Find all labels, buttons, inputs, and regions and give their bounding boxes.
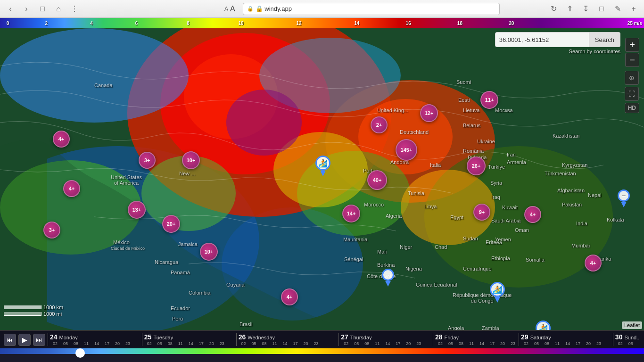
pip-button[interactable]: □ xyxy=(595,2,608,16)
cluster-c19[interactable]: 4+ xyxy=(585,255,602,272)
pin-icon-5: − xyxy=(618,189,630,202)
timeline: ⏮ ▶ ⏭ 24 Monday 0205081114172023 25 Tues… xyxy=(0,330,644,362)
play-button[interactable]: ▶ xyxy=(18,334,31,346)
fast-forward-button[interactable]: ⏭ xyxy=(33,334,45,346)
scale-bar-km xyxy=(4,305,41,309)
browser-chrome: ‹ › □ ⌂ ⋮ A A 🔒 🔒 windy.app ↻ ⇑ ↧ □ ✎ + xyxy=(0,0,644,18)
cluster-c5[interactable]: 13+ xyxy=(128,201,146,219)
scale-label-0: 0 xyxy=(7,21,9,26)
cluster-c11[interactable]: 40+ xyxy=(367,170,387,190)
scale-label-10: 10 xyxy=(238,21,243,26)
back-button[interactable]: ‹ xyxy=(4,2,17,16)
scale-label-2: 2 xyxy=(45,21,48,26)
address-bar[interactable]: 🔒 🔒 windy.app xyxy=(243,3,500,15)
scale-label-16: 16 xyxy=(406,21,411,26)
cluster-c8[interactable]: 10+ xyxy=(200,243,218,261)
day-num-29: 29 xyxy=(521,333,528,341)
forward-button[interactable]: › xyxy=(20,2,33,16)
cluster-c6[interactable]: 3+ xyxy=(43,222,60,239)
pin-tail-3 xyxy=(495,297,500,303)
reload-button[interactable]: ↻ xyxy=(547,2,560,16)
location-pin-4[interactable]: 🏄 xyxy=(536,321,551,330)
zoom-controls: + − xyxy=(625,38,639,67)
day-name-tuesday: Tuesday xyxy=(153,335,173,340)
day-num-25: 25 xyxy=(144,333,152,341)
lock-icon: 🔒 xyxy=(247,6,254,12)
rewind-button[interactable]: ⏮ xyxy=(4,334,16,346)
tab-overview-button[interactable]: □ xyxy=(36,2,49,16)
timeline-scrubber[interactable] xyxy=(75,348,85,358)
day-friday: 28 Friday 0205081114172023 xyxy=(433,333,519,346)
cluster-c16[interactable]: 26+ xyxy=(467,156,486,175)
day-name-wednesday: Wednesday xyxy=(248,335,275,340)
shield-button[interactable]: ✎ xyxy=(611,2,624,16)
share-button[interactable]: ⇑ xyxy=(563,2,576,16)
cluster-c3[interactable]: 10+ xyxy=(182,151,200,169)
pin-icon-4: 🏄 xyxy=(536,321,551,330)
day-num-30: 30 xyxy=(615,333,623,341)
leaflet-attribution[interactable]: Leaflet xyxy=(622,321,642,329)
day-name-sunday: Sund... xyxy=(624,335,640,340)
cluster-c14[interactable]: 12+ xyxy=(420,104,438,122)
zoom-out-button[interactable]: − xyxy=(625,53,639,67)
timeline-labels: 24 Monday 0205081114172023 25 Tuesday 02… xyxy=(48,332,640,347)
day-monday: 24 Monday 0205081114172023 xyxy=(48,333,142,346)
cluster-c2[interactable]: 3+ xyxy=(139,152,156,169)
hd-button[interactable]: HD xyxy=(625,103,639,113)
cluster-c12[interactable]: 145+ xyxy=(396,139,417,161)
day-name-monday: Monday xyxy=(59,335,78,340)
download-button[interactable]: ↧ xyxy=(579,2,592,16)
location-pin-3[interactable]: 🏄 xyxy=(490,282,505,303)
location-pin-1[interactable]: 🏄 xyxy=(315,156,330,176)
day-num-28: 28 xyxy=(435,333,443,341)
cluster-c10[interactable]: 14+ xyxy=(342,205,360,222)
search-button[interactable]: Search xyxy=(589,32,620,47)
search-input-container: Search xyxy=(495,32,620,47)
color-scale-labels: 0 2 4 6 8 10 12 14 16 18 20 25 m/s xyxy=(0,18,644,28)
cluster-c18[interactable]: 4+ xyxy=(524,206,541,223)
zoom-in-button[interactable]: + xyxy=(625,38,639,52)
day-name-saturday: Saturday xyxy=(530,335,551,340)
search-input[interactable] xyxy=(495,32,589,47)
location-pin-5[interactable]: − xyxy=(618,189,630,207)
scale-mi-label: 1000 mi xyxy=(43,311,62,317)
pin-icon-3: 🏄 xyxy=(490,282,505,297)
cluster-c9[interactable]: 4+ xyxy=(281,288,298,305)
day-name-friday: Friday xyxy=(445,335,459,340)
day-saturday: 29 Saturday 0205081114172023 xyxy=(519,333,613,346)
home-button[interactable]: ⌂ xyxy=(52,2,65,16)
fullscreen-button[interactable]: ⛶ xyxy=(625,87,639,101)
cluster-c1[interactable]: 4+ xyxy=(53,131,70,148)
location-pin-2[interactable] xyxy=(382,269,394,287)
scale-label-20: 20 xyxy=(509,21,514,26)
cluster-c15[interactable]: 11+ xyxy=(480,91,498,109)
timeline-gradient-bar[interactable] xyxy=(0,348,644,354)
search-box: Search Search by coordinates xyxy=(495,32,620,54)
add-tab-button[interactable]: + xyxy=(627,2,640,16)
search-hint: Search by coordinates xyxy=(495,49,620,54)
day-wednesday: 26 Wednesday 0205081114172023 xyxy=(236,333,339,346)
day-num-27: 27 xyxy=(341,333,348,341)
url-display: 🔒 windy.app xyxy=(256,5,292,12)
scale-label-6: 6 xyxy=(135,21,138,26)
cluster-c13[interactable]: 2+ xyxy=(371,116,388,133)
cluster-c17[interactable]: 9+ xyxy=(473,204,490,221)
pin-dot-2 xyxy=(382,269,394,281)
pin-tail-5 xyxy=(621,202,627,207)
scale-unit: 25 m/s xyxy=(627,21,642,26)
color-scale: 0 2 4 6 8 10 12 14 16 18 20 25 m/s xyxy=(0,18,644,28)
scale-label-18: 18 xyxy=(457,21,462,26)
leaflet-label: Leaflet xyxy=(624,322,640,328)
map-container[interactable]: Canada United Statesof America México Ci… xyxy=(0,28,644,330)
cluster-c4[interactable]: 4+ xyxy=(63,180,80,197)
scale-indicator: 1000 km 1000 mi xyxy=(4,304,63,317)
compass-button[interactable]: ⊕ xyxy=(625,71,639,85)
pin-icon-1: 🏄 xyxy=(315,156,330,171)
scale-km-label: 1000 km xyxy=(43,304,63,310)
map-background xyxy=(0,28,644,330)
cluster-c7[interactable]: 20+ xyxy=(162,215,180,233)
grid-button[interactable]: ⋮ xyxy=(68,2,81,16)
day-thursday: 27 Thursday 0205081114172023 xyxy=(339,333,433,346)
scale-label-14: 14 xyxy=(354,21,359,26)
extra-controls: ⊕ ⛶ HD xyxy=(625,71,639,113)
